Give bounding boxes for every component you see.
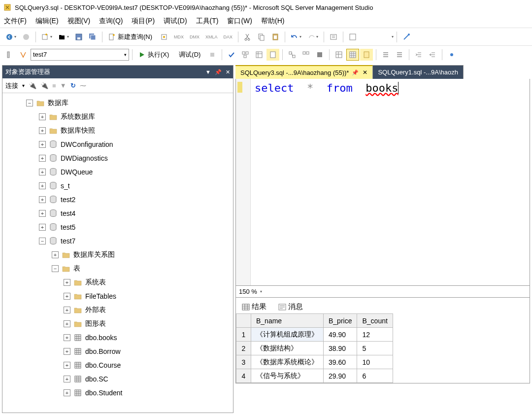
- parse-button[interactable]: [225, 49, 238, 61]
- expand-icon[interactable]: +: [39, 141, 46, 148]
- nav-back-button[interactable]: ▾: [3, 31, 19, 43]
- cut-button[interactable]: [241, 31, 254, 43]
- connect-icon[interactable]: [3, 49, 16, 61]
- collapse-icon[interactable]: −: [26, 100, 33, 106]
- expand-icon[interactable]: +: [64, 376, 70, 382]
- panel-dropdown-icon[interactable]: ▼: [205, 69, 211, 75]
- table-row[interactable]: 3 《数据库系统概论》 39.60 10: [236, 355, 393, 369]
- pin-icon[interactable]: 📌: [352, 69, 359, 76]
- expand-icon[interactable]: +: [64, 307, 70, 313]
- tool-icon-3[interactable]: [346, 31, 359, 43]
- expand-icon[interactable]: +: [64, 348, 70, 355]
- menu-help[interactable]: 帮助(H): [261, 17, 284, 26]
- expand-icon[interactable]: +: [39, 127, 46, 134]
- messages-tab[interactable]: 消息: [275, 300, 306, 313]
- expand-icon[interactable]: +: [39, 113, 46, 120]
- connect-icon-2[interactable]: 🔌: [40, 82, 48, 89]
- plan5-icon[interactable]: [299, 49, 312, 61]
- expand-icon[interactable]: +: [39, 210, 46, 217]
- collapse-icon[interactable]: −: [52, 265, 59, 272]
- plan1-icon[interactable]: [239, 49, 252, 61]
- expand-icon[interactable]: +: [64, 334, 70, 341]
- comment-icon[interactable]: [379, 49, 392, 61]
- stop-button[interactable]: [206, 49, 219, 61]
- tool-dmx-icon[interactable]: DMX: [187, 31, 202, 43]
- database-combo[interactable]: test7▾: [31, 49, 129, 61]
- expand-icon[interactable]: +: [39, 224, 46, 231]
- paste-button[interactable]: [269, 31, 282, 43]
- save-all-button[interactable]: [86, 31, 99, 43]
- svg-rect-16: [274, 35, 277, 39]
- table-row[interactable]: 2 《数据结构》 38.90 5: [236, 342, 393, 355]
- expand-icon[interactable]: +: [39, 169, 46, 175]
- menu-view[interactable]: 视图(V): [67, 17, 91, 26]
- close-icon[interactable]: ✕: [363, 69, 367, 76]
- execute-button[interactable]: 执行(X): [135, 49, 173, 61]
- results-grid[interactable]: B_name B_price B_count 1 《计算机组成原理》 49.90…: [235, 313, 530, 383]
- results-file-icon[interactable]: [360, 49, 373, 61]
- zoom-dropdown-icon[interactable]: ▾: [260, 289, 262, 294]
- table-row[interactable]: 1 《计算机组成原理》 49.90 12: [236, 328, 393, 342]
- undo-button[interactable]: ▾: [288, 31, 304, 43]
- table-row[interactable]: 4 《信号与系统》 29.90 6: [236, 369, 393, 383]
- object-tree[interactable]: −数据库 +系统数据库 +数据库快照 +DWConfiguration +DWD…: [2, 93, 233, 413]
- new-project-button[interactable]: ▾: [39, 31, 55, 43]
- new-query-button[interactable]: 新建查询(N): [105, 31, 157, 43]
- indent-icon[interactable]: [412, 49, 425, 61]
- results-tab[interactable]: 结果: [239, 300, 269, 313]
- menu-file[interactable]: 文件(F): [4, 17, 27, 26]
- filter-icon[interactable]: ▼: [60, 82, 66, 89]
- redo-button[interactable]: ▾: [305, 31, 321, 43]
- tool-mdx-icon[interactable]: MDX: [171, 31, 186, 43]
- results-text-icon[interactable]: [346, 49, 359, 61]
- tool-dax-icon[interactable]: DAX: [221, 31, 235, 43]
- panel-pin-icon[interactable]: 📌: [215, 69, 222, 75]
- menu-query[interactable]: 查询(Q): [99, 17, 123, 26]
- expand-icon[interactable]: +: [39, 196, 46, 203]
- expand-icon[interactable]: +: [39, 182, 46, 189]
- zoom-value[interactable]: 150 %: [239, 288, 257, 295]
- plan2-icon[interactable]: [253, 49, 266, 61]
- plan6-icon[interactable]: [313, 49, 326, 61]
- menu-edit[interactable]: 编辑(E): [35, 17, 59, 26]
- save-button[interactable]: [72, 31, 85, 43]
- col-header[interactable]: B_name: [251, 314, 324, 328]
- open-button[interactable]: ▾: [56, 31, 71, 43]
- nav-fwd-button[interactable]: [20, 31, 33, 43]
- results-grid-icon[interactable]: [332, 49, 345, 61]
- expand-icon[interactable]: +: [64, 293, 70, 300]
- copy-button[interactable]: [255, 31, 268, 43]
- activity-icon[interactable]: ⁓: [80, 82, 86, 89]
- change-conn-icon[interactable]: [17, 49, 30, 61]
- menu-project[interactable]: 项目(P): [132, 17, 155, 26]
- plan3-icon[interactable]: [266, 49, 279, 61]
- outdent-icon[interactable]: [426, 49, 439, 61]
- connect-icon-1[interactable]: 🔌: [29, 82, 36, 89]
- tab-active[interactable]: SQLQuery3.sql -...9A\haozhang (55))* 📌 ✕: [235, 65, 373, 79]
- sql-editor[interactable]: select * from books: [235, 79, 530, 286]
- tool-xmla-icon[interactable]: XMLA: [203, 31, 220, 43]
- tab-other[interactable]: SQLQuery1.sql -...9A\haozh: [373, 65, 464, 79]
- tool-icon-4[interactable]: [400, 31, 413, 43]
- collapse-icon[interactable]: −: [39, 238, 46, 244]
- col-header[interactable]: B_price: [324, 314, 357, 328]
- plan4-icon[interactable]: [286, 49, 299, 61]
- menu-window[interactable]: 窗口(W): [227, 17, 252, 26]
- col-header[interactable]: B_count: [357, 314, 393, 328]
- expand-icon[interactable]: +: [64, 320, 70, 327]
- uncomment-icon[interactable]: [393, 49, 406, 61]
- expand-icon[interactable]: +: [64, 279, 70, 286]
- tool-icon-2[interactable]: [327, 31, 340, 43]
- refresh-icon[interactable]: ↻: [70, 82, 76, 89]
- panel-close-icon[interactable]: ✕: [226, 69, 230, 75]
- menu-debug[interactable]: 调试(D): [164, 17, 187, 26]
- tool-icon-1[interactable]: [158, 31, 170, 43]
- connect-label[interactable]: 连接: [5, 81, 18, 90]
- options-icon[interactable]: [445, 49, 458, 61]
- expand-icon[interactable]: +: [64, 362, 70, 369]
- debug-button[interactable]: 调试(D): [174, 49, 205, 61]
- expand-icon[interactable]: +: [39, 155, 46, 162]
- expand-icon[interactable]: +: [52, 251, 59, 258]
- menu-tools[interactable]: 工具(T): [196, 17, 219, 26]
- expand-icon[interactable]: +: [64, 389, 70, 396]
